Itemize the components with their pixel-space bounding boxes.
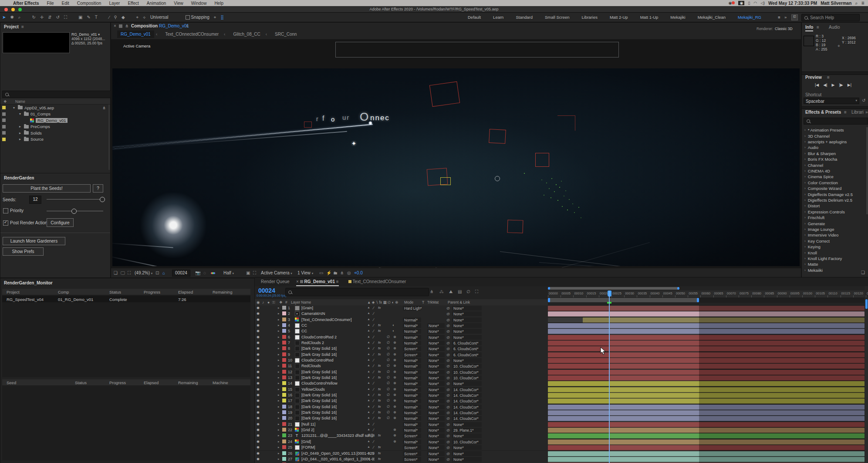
layer-quality-icon[interactable]: ▲ (367, 433, 370, 436)
next-frame-button[interactable]: |▶ (839, 83, 843, 87)
transparency-grid-icon[interactable]: ⛶ (253, 270, 256, 276)
layer-row-11[interactable]: ◉▸11RedClouds▲∕fx∅⊕Normal ▾None ▾@10. Cl… (255, 363, 548, 369)
jobs-col-progress[interactable]: Progress (144, 290, 160, 294)
layer-label-swatch[interactable] (282, 416, 286, 420)
menu-clock[interactable]: Wed May 12 7:33:33 PM (768, 1, 817, 6)
info-menu-icon[interactable]: ≡ (817, 25, 819, 30)
layer-trkmat-dropdown[interactable]: None ▾ (427, 335, 445, 340)
layer-quality-icon[interactable]: ▲ (367, 457, 370, 460)
layer-fx-icon[interactable]: fx (378, 393, 381, 397)
layer-fx-icon[interactable]: fx (378, 399, 381, 402)
timeline-button-icon[interactable]: 🖿 (333, 270, 338, 275)
battery-icon[interactable]: ▯ (748, 1, 750, 5)
footer-timecode[interactable]: 00024 (172, 270, 190, 277)
layer-mode-dropdown[interactable]: Normal ▾ (403, 358, 421, 363)
layer-parent-dropdown[interactable]: 14. CloudsCor ▾ (452, 416, 482, 421)
3d-layer-switch[interactable]: ⊕ (393, 341, 396, 345)
layer-expand-arrow[interactable]: ▸ (278, 440, 280, 443)
layer-parent-dropdown[interactable]: 14. CloudsCor ▾ (452, 405, 482, 409)
workspace-menu-icon[interactable]: ≡ (778, 15, 780, 20)
fast-previews-icon[interactable]: ⚡ (326, 270, 331, 275)
seeds-slider-track[interactable] (47, 199, 103, 199)
timeline-h-scrollbar[interactable] (548, 287, 679, 290)
layer-duration-bar-3[interactable] (583, 318, 865, 323)
layer-visibility-icon[interactable]: ◉ (257, 375, 260, 379)
layer-fx-icon[interactable]: fx (378, 445, 381, 449)
layer-mode-dropdown[interactable]: Normal ▾ (403, 428, 421, 433)
layer-quality-slash[interactable]: ∕ (373, 387, 374, 392)
layer-label-swatch[interactable] (282, 311, 286, 315)
layer-label-swatch[interactable] (282, 341, 286, 345)
layer-expand-arrow[interactable]: ▸ (278, 324, 280, 327)
menu-item-layer[interactable]: Layer (109, 1, 120, 6)
3d-layer-switch[interactable]: ⊕ (393, 428, 396, 432)
layer-quality-slash[interactable]: ∕ (373, 375, 374, 380)
layer-visibility-icon[interactable]: ◉ (257, 311, 260, 315)
layer-quality-icon[interactable]: ▲ (367, 318, 370, 321)
layer-name[interactable]: RedClouds 2 (301, 341, 324, 345)
launch-gardeners-button[interactable]: Launch More Gardeners (3, 237, 65, 245)
motion-blur-switch[interactable]: ∅ (387, 410, 390, 414)
layer-visibility-icon[interactable]: ◉ (257, 318, 260, 321)
lock-column-icon[interactable]: ⚿ (272, 300, 275, 305)
layer-duration-bar-6[interactable] (548, 335, 865, 340)
viewer-lock-chevron[interactable]: ‹ (266, 32, 267, 37)
comp-flowchart-icon[interactable]: ⋔ (340, 270, 344, 275)
layer-expand-arrow[interactable]: ▸ (278, 422, 280, 426)
layer-duration-bar-8[interactable] (548, 346, 865, 351)
motion-blur-switch[interactable]: ∅ (387, 405, 390, 409)
layer-visibility-icon[interactable]: ◉ (257, 428, 260, 432)
frame-blending-icon[interactable]: ▤ (458, 289, 462, 294)
label-column-icon[interactable]: ❖ (3, 99, 7, 104)
3d-layer-switch[interactable]: ⊕ (393, 410, 396, 414)
layer-trkmat-dropdown[interactable]: None ▾ (427, 352, 445, 357)
layer-visibility-icon[interactable]: ◉ (257, 364, 260, 368)
tab-info[interactable]: Info (805, 25, 813, 31)
project-tree-item-01_Comps[interactable]: ▾01_Comps (0, 111, 110, 117)
layer-row-10[interactable]: ◉▸10CloudsControlRed▲∕∅⊕Normal ▾None ▾@N… (255, 358, 548, 364)
layer-quality-slash[interactable]: ∕ (373, 329, 374, 333)
comp-viewer-tab-RG_Demo_v01[interactable]: RG_Demo_v01 (117, 30, 154, 38)
layer-fx-icon[interactable]: fx (378, 433, 381, 437)
layer-label-swatch[interactable] (282, 445, 286, 449)
layer-expand-arrow[interactable]: ▸ (278, 318, 280, 321)
tool-16[interactable]: ◆ (122, 15, 125, 20)
layer-quality-slash[interactable]: ∕ (373, 358, 374, 362)
layer-row-5[interactable]: ◉▸5CC▲∕fx◐Normal ▾None ▾@None ▾ (255, 328, 548, 335)
menu-item-edit[interactable]: Edit (62, 1, 69, 6)
motion-blur-switch[interactable]: ∅ (387, 358, 390, 362)
video-column-icon[interactable]: ◉ (257, 300, 260, 304)
layer-mode-dropdown[interactable]: Normal ▾ (403, 399, 421, 403)
layer-expand-arrow[interactable]: ▸ (278, 376, 280, 379)
effects-category-matte[interactable]: ›Matte (802, 261, 868, 267)
layer-visibility-icon[interactable]: ◉ (257, 457, 260, 461)
menu-item-window[interactable]: Window (191, 1, 207, 6)
exposure-reset-icon[interactable]: ◎ (347, 270, 351, 275)
layer-label-swatch[interactable] (282, 457, 286, 461)
3d-layer-switch[interactable]: ⊕ (393, 393, 396, 397)
timeline-search-box[interactable] (285, 288, 429, 296)
layer-fx-icon[interactable]: fx (378, 352, 381, 356)
layer-duration-bar-16[interactable] (548, 393, 865, 398)
parent-pickwhip-icon[interactable]: @ (446, 329, 450, 333)
tool-12[interactable]: T (95, 15, 98, 20)
motion-blur-icon[interactable]: ∅ (466, 289, 470, 294)
layer-trkmat-dropdown[interactable]: None ▾ (427, 393, 445, 398)
playhead[interactable] (608, 291, 611, 297)
workspace-tab-matt 2-up[interactable]: Matt 2-Up (610, 15, 628, 20)
layer-row-3[interactable]: ◉▸3[Text_COnnectedCOnsumer]▲∕Normal ▾@No… (255, 317, 548, 323)
seeds-col-status[interactable]: Status (75, 380, 87, 385)
effects-category-mekaiiki[interactable]: ›Mekaiiki (802, 267, 868, 273)
layer-name[interactable]: [Dark Gray Solid 16] (301, 346, 337, 351)
layer-duration-bar-23[interactable] (548, 433, 865, 439)
project-panel-menu-icon[interactable]: ≡ (21, 24, 24, 29)
layer-label-swatch[interactable] (282, 433, 286, 437)
tool-15[interactable]: ⚲ (114, 15, 117, 20)
playhead-line[interactable] (609, 291, 610, 463)
layer-parent-dropdown[interactable]: None ▾ (452, 335, 482, 340)
layer-quality-slash[interactable]: ∕ (373, 323, 374, 328)
layer-visibility-icon[interactable]: ◉ (257, 393, 260, 397)
layer-mode-dropdown[interactable]: Normal ▾ (403, 387, 421, 392)
layer-name[interactable]: [AD_044.._020_v001.6_object_1_[0001-0250… (301, 457, 375, 461)
layer-duration-bar-26[interactable] (548, 451, 865, 456)
